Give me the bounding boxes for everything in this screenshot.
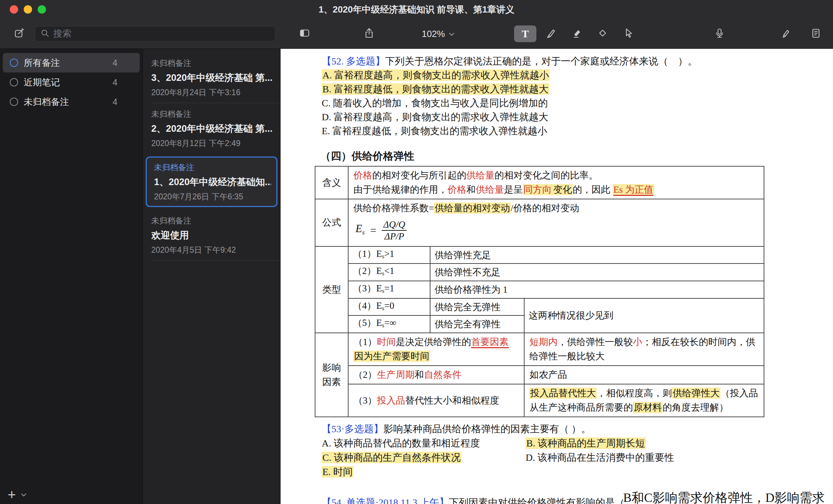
question-52-title: 【52. 多选题】下列关于恩格尔定律说法正确的是，对于一个家庭或经济体来说（ ）… <box>322 54 833 68</box>
subjects-sidebar: 所有备注 4 近期笔记 4 未归档备注 4 + <box>0 49 143 504</box>
pen-tool-button[interactable] <box>540 25 562 42</box>
note-date: 2020年4月5日 下午9:42 <box>151 245 274 255</box>
table-rowhead-types: 类型 <box>315 246 348 333</box>
search-input[interactable] <box>53 28 270 39</box>
q52-option-d: D. 富裕程度越高，则食物支出的需求收入弹性就越大 <box>322 110 833 124</box>
note-count-badge: 4 <box>113 97 117 107</box>
table-rowhead-meaning: 含义 <box>315 166 348 199</box>
divider <box>151 260 280 261</box>
note-card-3-selected[interactable]: 未归档备注 1、2020年中级经济基础知... 2020年7月26日 下午6:3… <box>146 156 277 207</box>
q53-options-row-3: E. 时间 <box>322 465 833 479</box>
minimize-button[interactable] <box>24 5 32 14</box>
note-date: 2020年8月24日 下午3:16 <box>151 87 274 98</box>
q53-options-row-1: A. 该种商品替代品的数量和相近程度 B. 该种商品的生产周期长短 <box>322 436 833 450</box>
chevron-down-icon <box>449 28 455 39</box>
fullscreen-button[interactable] <box>38 5 46 14</box>
compose-note-button[interactable] <box>9 25 29 42</box>
supply-elasticity-table: 含义 价格的相对变化与所引起的供给量的相对变化之间的比率。 由于供给规律的作用，… <box>315 166 764 417</box>
sidebar-footer: + <box>8 489 27 501</box>
pen-icon <box>545 28 557 40</box>
add-subject-button[interactable]: + <box>8 489 16 501</box>
table-rowhead-formula: 公式 <box>315 199 348 246</box>
compose-icon <box>14 28 25 40</box>
subject-circle-icon <box>10 98 18 106</box>
collapse-chevron-icon[interactable] <box>21 493 27 501</box>
table-cell-meaning: 价格的相对变化与所引起的供给量的相对变化之间的比率。 由于供给规律的作用，价格和… <box>348 166 764 199</box>
page-view-button[interactable] <box>806 25 826 42</box>
toolbar: 102% T <box>0 19 833 49</box>
share-button[interactable] <box>359 25 379 42</box>
sidebar-item-label: 未归档备注 <box>24 96 69 108</box>
note-card-4[interactable]: 未归档备注 欢迎使用 2020年4月5日 下午9:42 <box>143 210 280 260</box>
window-controls <box>10 0 46 19</box>
note-list: 未归档备注 3、2020年中级经济基础 第... 2020年8月24日 下午3:… <box>143 49 281 504</box>
note-card-2[interactable]: 未归档备注 2、2020年中级经济基础 第... 2020年8月12日 下午2:… <box>143 103 280 154</box>
note-category: 未归档备注 <box>154 162 271 173</box>
page-view-icon <box>810 28 821 40</box>
handwritten-annotation: B和C影响需求价格弹性，D影响需求 <box>623 490 825 504</box>
elasticity-formula: Es = ΔQ/QΔP/P <box>356 219 407 242</box>
section-heading: （四）供给价格弹性 <box>320 149 833 163</box>
sidebar-item-unfiled-notes[interactable]: 未归档备注 4 <box>3 92 140 112</box>
search-field[interactable] <box>35 26 275 41</box>
shapes-tool-button[interactable] <box>591 25 614 42</box>
note-title: 1、2020年中级经济基础知... <box>154 176 271 188</box>
note-date: 2020年7月26日 下午6:35 <box>154 191 271 202</box>
note-title: 欢迎使用 <box>151 229 274 242</box>
sidebar-toggle-icon <box>299 28 310 40</box>
note-category: 未归档备注 <box>151 215 274 226</box>
highlighter-icon <box>571 28 582 40</box>
diamond-icon <box>597 28 608 40</box>
note-date: 2020年8月12日 下午2:49 <box>151 138 274 149</box>
marker-button[interactable] <box>775 25 796 42</box>
table-cell-formula: 供给价格弹性系数=供给量的相对变动/价格的相对变动 Es = ΔQ/QΔP/P <box>348 199 764 246</box>
sidebar-item-recent-notes[interactable]: 近期笔记 4 <box>3 72 140 92</box>
q52-option-a: A. 富裕程度越高，则食物支出的需求收入弹性就越小 <box>322 68 833 82</box>
sidebar-item-label: 近期笔记 <box>24 76 60 89</box>
note-card-1[interactable]: 未归档备注 3、2020年中级经济基础 第... 2020年8月24日 下午3:… <box>143 52 280 103</box>
search-icon <box>40 28 50 39</box>
record-audio-button[interactable] <box>709 25 729 42</box>
pointer-tool-button[interactable] <box>617 25 640 42</box>
main-area: 所有备注 4 近期笔记 4 未归档备注 4 + 未归档备注 3、2020年中级经… <box>0 49 833 504</box>
text-tool-button[interactable]: T <box>514 25 536 42</box>
titlebar: 1、2020年中级经济基础知识 前导课、第1章讲义 <box>0 0 833 19</box>
q52-option-c: C. 随着收入的增加，食物支出与收入是同比例增加的 <box>322 96 833 110</box>
pointer-icon <box>623 28 634 40</box>
sidebar-toggle-button[interactable] <box>295 25 315 42</box>
subject-circle-icon <box>10 78 18 86</box>
window-title: 1、2020年中级经济基础知识 前导课、第1章讲义 <box>319 3 514 16</box>
q52-option-b: B. 富裕程度越低，则食物支出的需求收入弹性就越大 <box>322 82 833 96</box>
zoom-value: 102% <box>422 28 445 39</box>
note-title: 2、2020年中级经济基础 第... <box>151 122 274 135</box>
note-category: 未归档备注 <box>151 58 274 69</box>
sidebar-item-all-notes[interactable]: 所有备注 4 <box>3 53 140 72</box>
close-button[interactable] <box>10 5 18 14</box>
document-page[interactable]: 【52. 多选题】下列关于恩格尔定律说法正确的是，对于一个家庭或经济体来说（ ）… <box>281 49 833 504</box>
table-rowhead-influence: 影响 因素 <box>315 333 348 417</box>
microphone-icon <box>714 28 725 40</box>
note-count-badge: 4 <box>113 77 117 87</box>
note-category: 未归档备注 <box>151 109 274 120</box>
sidebar-item-label: 所有备注 <box>24 57 60 69</box>
text-tool-icon: T <box>522 28 529 40</box>
subject-circle-icon <box>10 59 18 67</box>
zoom-control[interactable]: 102% <box>418 25 458 42</box>
share-icon <box>364 28 375 40</box>
table-cell-types-note: 这两种情况很少见到 <box>524 298 764 333</box>
q53-options-row-2: C. 该种商品的生产自然条件状况 D. 该种商品在生活消费中的重要性 <box>322 450 833 465</box>
note-count-badge: 4 <box>113 58 117 68</box>
note-title: 3、2020年中级经济基础 第... <box>151 71 274 84</box>
highlighter-tool-button[interactable] <box>566 25 588 42</box>
q52-option-e: E. 富裕程度越低，则食物支出的需求收入弹性就越小 <box>322 124 833 138</box>
marker-icon <box>780 28 791 40</box>
question-53-title: 【53·多选题】影响某种商品供给价格弹性的因素主要有（ ）。 <box>322 422 833 436</box>
tool-group: T <box>514 25 640 42</box>
